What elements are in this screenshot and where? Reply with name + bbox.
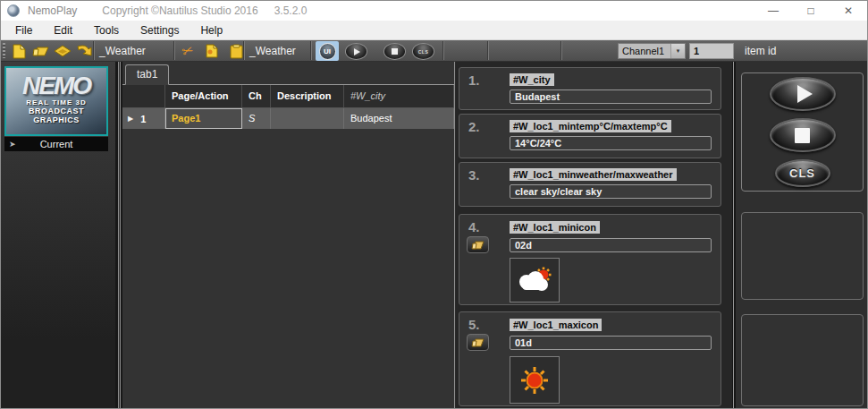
toolbar-play-button[interactable]: [345, 43, 367, 60]
left-splitter[interactable]: [115, 62, 122, 409]
toolbar-separator: [442, 41, 444, 60]
field-section-2: 2. #W_loc1_mintemp°C/maxtemp°C 14°C/24°C: [459, 114, 721, 158]
page-thumbnail[interactable]: NEMO REAL TIME 3D BROADCAST GRAPHICS: [4, 66, 108, 136]
thumbnail-title: NEMO: [6, 72, 106, 100]
app-icon: [7, 4, 20, 17]
cell-description[interactable]: [271, 108, 344, 129]
header-ch: Ch: [242, 85, 271, 107]
channel-select-value: Channel1: [619, 46, 670, 56]
new-page-icon[interactable]: [9, 43, 29, 59]
field-value-input[interactable]: 14°C/24°C: [510, 136, 712, 150]
cut-icon[interactable]: ✂: [176, 40, 200, 62]
field-number: 3.: [468, 167, 480, 183]
header-selector: [122, 85, 165, 107]
close-icon[interactable]: ✕: [830, 1, 867, 21]
item-id-input[interactable]: 1: [689, 43, 734, 59]
row-marker-icon: ▶: [128, 115, 133, 123]
header-row: Page/Action Ch Description #W_city: [122, 85, 454, 108]
title-bar: NemoPlay Copyright ©Nautilus Studio 2016…: [1, 1, 867, 21]
field-value-input[interactable]: clear sky/clear sky: [510, 184, 712, 199]
toolbar-cls-button[interactable]: CLS: [412, 43, 434, 60]
ui-toggle-button[interactable]: UI: [316, 41, 339, 61]
row-index: 1: [140, 114, 146, 124]
toolbar-separator: [560, 41, 562, 60]
current-arrow-icon: ➤: [9, 140, 16, 149]
field-section-1: 1. #W_city Budapest: [459, 67, 721, 110]
toolbar-separator: [310, 41, 312, 60]
maximize-icon[interactable]: □: [792, 1, 830, 21]
header-description: Description: [271, 85, 344, 107]
playlist-panel: tab1 Page/Action Ch Description #W_city …: [122, 62, 455, 409]
stop-icon: [795, 128, 810, 143]
channel-select[interactable]: Channel1 ▼: [618, 43, 686, 59]
table-row[interactable]: ▶ 1 Page1 S Budapest: [122, 108, 454, 129]
field-value-input[interactable]: 02d: [510, 238, 712, 252]
sun-icon: [519, 365, 550, 396]
transport-group: CLS: [741, 72, 864, 192]
cell-ch[interactable]: S: [242, 108, 271, 129]
toolbar: _Weather ✂ _Weather UI CLS Channel1 ▼ 1 …: [1, 40, 867, 62]
item-id-label: item id: [745, 40, 776, 62]
menu-help[interactable]: Help: [190, 21, 233, 40]
field-number: 1.: [468, 72, 480, 88]
cell-dynamic-value[interactable]: Budapest: [344, 108, 454, 129]
field-label: #W_loc1_mintemp°C/maxtemp°C: [510, 120, 671, 132]
field-label: #W_loc1_minweather/maxweather: [510, 168, 677, 181]
ui-toggle-label: UI: [319, 43, 336, 60]
weather-preview-box: [510, 356, 560, 404]
menu-settings[interactable]: Settings: [130, 21, 190, 40]
folder-icon: [471, 240, 485, 250]
field-value-input[interactable]: Budapest: [510, 89, 712, 104]
field-label: #W_loc1_maxicon: [510, 319, 602, 331]
open-page-icon[interactable]: [30, 43, 50, 59]
menu-tools[interactable]: Tools: [83, 21, 130, 40]
menu-edit[interactable]: Edit: [43, 21, 83, 40]
control-panel: CLS: [736, 62, 868, 409]
field-number: 4.: [468, 219, 480, 234]
field-section-5: 5. #W_loc1_maxicon 01d: [459, 311, 721, 406]
stop-button[interactable]: [770, 118, 836, 152]
go-arrow-icon[interactable]: [75, 43, 95, 59]
thumbnail-line1: REAL TIME 3D: [6, 98, 106, 107]
tab-tab1[interactable]: tab1: [125, 64, 169, 85]
menu-file[interactable]: File: [4, 21, 43, 40]
field-number: 2.: [468, 119, 480, 134]
current-label: Current: [40, 139, 73, 149]
field-label: #W_loc1_minicon: [510, 221, 600, 234]
cloud-sun-icon: [516, 266, 553, 294]
cls-button[interactable]: CLS: [775, 159, 830, 187]
row-selector-cell[interactable]: ▶ 1: [122, 108, 165, 129]
save-page-icon[interactable]: [53, 43, 72, 59]
cls-small-label: CLS: [418, 49, 429, 55]
toolbar-grip[interactable]: [3, 43, 5, 58]
play-icon: [354, 48, 360, 55]
toolbar-separator: [173, 41, 175, 60]
cell-page-action[interactable]: Page1: [165, 108, 242, 129]
field-number: 5.: [468, 317, 480, 332]
rundown-panel: NEMO REAL TIME 3D BROADCAST GRAPHICS ➤ C…: [1, 62, 115, 409]
app-title: NemoPlay: [28, 4, 77, 17]
menu-bar: File Edit Tools Settings Help: [1, 21, 867, 40]
field-section-3: 3. #W_loc1_minweather/maxweather clear s…: [459, 162, 721, 207]
toolbar-separator: [243, 41, 245, 60]
browse-folder-button[interactable]: [467, 236, 489, 253]
minimize-icon[interactable]: —: [754, 1, 792, 21]
copyright-text: Copyright ©Nautilus Studio 2016: [102, 4, 257, 17]
cls-button-label: CLS: [789, 166, 815, 180]
weather-preview-box: [510, 258, 560, 302]
playlist-grid: Page/Action Ch Description #W_city ▶ 1 P…: [122, 85, 454, 129]
header-page-action: Page/Action: [165, 85, 242, 107]
profile-label-2: _Weather: [249, 40, 296, 62]
chevron-down-icon[interactable]: ▼: [670, 44, 685, 58]
field-label: #W_city: [510, 73, 554, 86]
stop-icon: [392, 48, 398, 55]
header-dynamic-field: #W_city: [344, 85, 454, 107]
field-value-input[interactable]: 01d: [510, 336, 712, 350]
copy-icon[interactable]: [202, 43, 222, 59]
aux-panel-2: [741, 314, 864, 406]
toolbar-separator: [487, 41, 489, 60]
window-controls: — □ ✕: [754, 1, 867, 21]
browse-folder-button[interactable]: [467, 334, 489, 351]
play-button[interactable]: [770, 77, 836, 111]
toolbar-stop-button[interactable]: [383, 43, 406, 60]
